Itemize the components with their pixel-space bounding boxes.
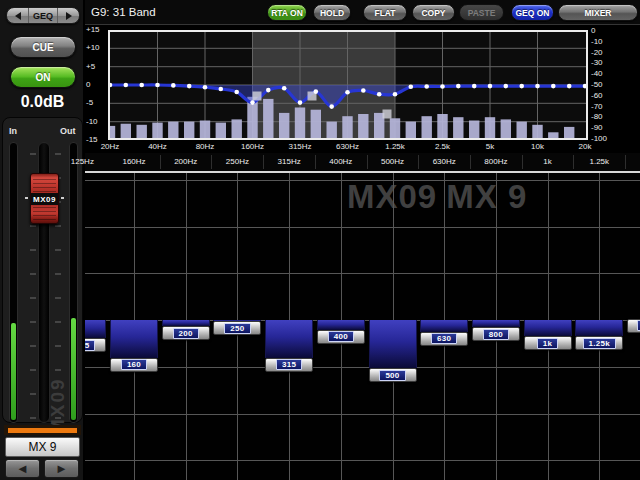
band-freq-label: 500Hz: [373, 157, 413, 166]
band-fader-fill-315: [265, 320, 313, 358]
freq-tick-label: 1.25k: [377, 142, 413, 151]
freq-tick-label: 20k: [567, 142, 603, 151]
band-freq-label: 1.25k: [579, 157, 619, 166]
grid-line-h: [85, 367, 640, 368]
band-freq-label: 250Hz: [217, 157, 257, 166]
rta-on-button[interactable]: RTA ON: [267, 4, 307, 21]
band-fader-handle-500[interactable]: 500: [369, 368, 417, 382]
next-channel-button[interactable]: ►: [44, 459, 79, 478]
band-freq-label: 1k: [528, 157, 568, 166]
fader-tick: [30, 345, 36, 347]
band-fader-fill-1.25k: [575, 320, 623, 336]
band-freq-label: 125Hz: [62, 157, 102, 166]
band-fader-value-1k: 1k: [537, 338, 559, 349]
band-label-separator: [160, 155, 161, 169]
fader-tick: [55, 345, 61, 347]
flat-button[interactable]: FLAT: [363, 4, 407, 21]
grid-line-h: [85, 227, 640, 228]
output-meter: [69, 142, 78, 423]
eq-scale-label: +5: [86, 62, 106, 72]
freq-tick-label: 10k: [520, 142, 556, 151]
band-fader-handle-200[interactable]: 200: [162, 326, 210, 340]
right-arrow-icon: [66, 12, 72, 20]
band-fader-fill-630: [420, 320, 468, 332]
eq-scale-label: 0: [86, 80, 106, 90]
strip-watermark: MX09: [47, 351, 69, 435]
band-label-separator: [470, 155, 471, 169]
channel-name: MX 9: [5, 437, 80, 457]
copy-button[interactable]: COPY: [412, 4, 455, 21]
prev-channel-button[interactable]: ◄: [5, 459, 40, 478]
rta-scale-label: -40: [591, 69, 617, 79]
band-fader-value-800: 800: [483, 329, 509, 340]
fader-cap[interactable]: MX09: [30, 173, 59, 224]
band-fader-fill-1k: [524, 320, 572, 336]
rta-scale-label: -80: [591, 112, 617, 122]
channel-watermark: MX09MX 9: [347, 178, 536, 216]
fader-zero-mark-left: [25, 197, 28, 199]
band-label-separator: [522, 155, 523, 169]
band-fader-value-315: 315: [276, 359, 302, 370]
on-button[interactable]: ON: [10, 66, 76, 88]
band-fader-value-200: 200: [173, 328, 199, 339]
band-freq-label: 160Hz: [114, 157, 154, 166]
band-label-separator: [573, 155, 574, 169]
freq-tick-label: 2.5k: [425, 142, 461, 151]
output-meter-fill: [71, 318, 76, 420]
band-label-row: 125Hz160Hz200Hz250Hz315Hz400Hz500Hz630Hz…: [85, 153, 640, 171]
fader-tick: [30, 273, 36, 275]
band-fader-handle-630[interactable]: 630: [420, 332, 468, 346]
band-fader-handle-250[interactable]: 250: [213, 321, 261, 335]
fader-tick: [55, 153, 61, 155]
freq-tick-label: 5k: [472, 142, 508, 151]
rta-scale-label: -60: [591, 91, 617, 101]
band-freq-label: 315Hz: [269, 157, 309, 166]
gain-readout: 0.0dB: [0, 93, 85, 111]
geq-selector-label: GEQ: [28, 8, 58, 23]
band-fader-handle-125[interactable]: 125: [85, 338, 106, 352]
geq-selector: GEQ: [6, 7, 80, 24]
input-meter-fill: [11, 323, 16, 420]
band-label-separator: [625, 155, 626, 169]
band-fader-fill-500: [369, 320, 417, 368]
geq-on-button[interactable]: GEQ ON: [511, 4, 554, 21]
band-fader-handle-800[interactable]: 800: [472, 327, 520, 341]
band-fader-handle-1.6k[interactable]: 1.6k: [627, 319, 640, 333]
fader-tick: [30, 249, 36, 251]
fader-tick: [30, 417, 36, 419]
band-label-separator: [367, 155, 368, 169]
band-fader-handle-315[interactable]: 315: [265, 358, 313, 372]
band-freq-label: 800Hz: [476, 157, 516, 166]
fader-tick: [30, 297, 36, 299]
channel-color-strip: [4, 425, 81, 435]
freq-tick-label: 40Hz: [140, 142, 176, 151]
cue-button[interactable]: CUE: [10, 36, 76, 58]
fader-tick: [55, 297, 61, 299]
band-fader-handle-160[interactable]: 160: [110, 358, 158, 372]
hold-button[interactable]: HOLD: [313, 4, 351, 21]
eq-scale-label: +10: [86, 43, 106, 53]
prev-geq-button[interactable]: [7, 8, 28, 23]
band-label-separator: [211, 155, 212, 169]
band-fader-fill-160: [110, 320, 158, 358]
band-fader-fill-800: [472, 320, 520, 327]
paste-button: PASTE: [459, 4, 504, 21]
fader-zero-mark-right: [61, 197, 64, 199]
fader-tick: [55, 273, 61, 275]
band-fader-area[interactable]: MX09MX 9 1251602002503154005006308001k1.…: [85, 173, 640, 480]
next-geq-button[interactable]: [58, 8, 79, 23]
rta-scale-label: -10: [591, 37, 617, 47]
band-fader-handle-1.25k[interactable]: 1.25k: [575, 336, 623, 350]
fader-tick: [55, 249, 61, 251]
fader-tick: [30, 225, 36, 227]
band-fader-handle-1k[interactable]: 1k: [524, 336, 572, 350]
fader-tick: [30, 321, 36, 323]
fader-cap-label: MX09: [31, 193, 58, 205]
input-meter: [9, 142, 18, 423]
mixer-button[interactable]: MIXER: [558, 4, 638, 21]
page-title: G9: 31 Band: [91, 6, 156, 18]
eq-scale-label: -10: [86, 117, 106, 127]
eq-curve-plot[interactable]: [108, 30, 588, 140]
freq-tick-label: 160Hz: [235, 142, 271, 151]
band-fader-handle-400[interactable]: 400: [317, 330, 365, 344]
